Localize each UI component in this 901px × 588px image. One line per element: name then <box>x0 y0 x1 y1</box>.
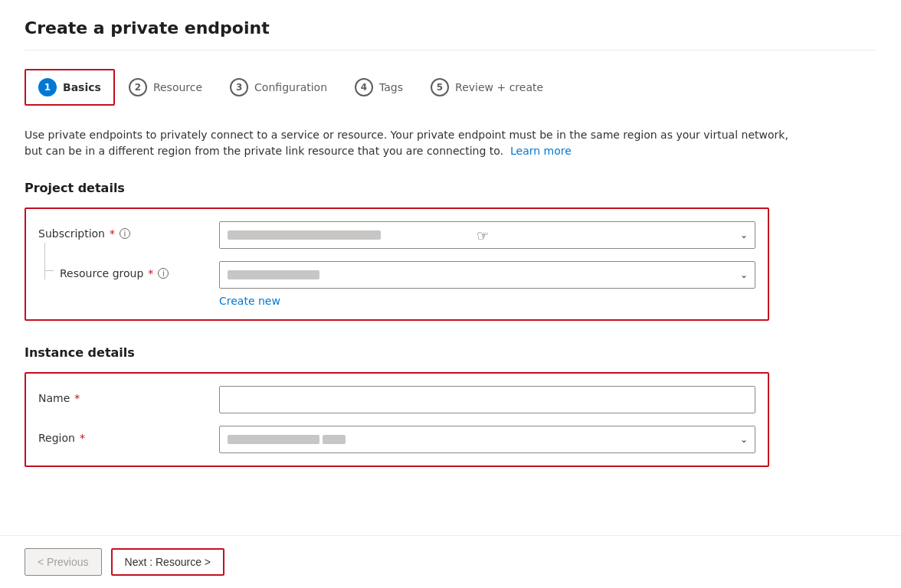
subscription-info-icon[interactable]: i <box>120 228 130 239</box>
step-circle-4: 4 <box>355 78 373 96</box>
subscription-select-wrapper: ☞ ⌄ <box>219 221 755 249</box>
step-label-resource: Resource <box>153 81 202 93</box>
cursor-hand-icon: ☞ <box>477 227 489 243</box>
instance-details-header: Instance details <box>25 345 876 360</box>
region-select-wrapper: ⌄ <box>219 426 755 453</box>
instance-details-box: Name * Region * <box>25 372 769 467</box>
subscription-required: * <box>110 227 115 240</box>
subscription-blurred-value <box>228 230 381 240</box>
wizard-steps: 1 Basics 2 Resource 3 Configuration 4 Ta… <box>25 69 876 106</box>
tab-resource[interactable]: 2 Resource <box>115 69 216 106</box>
tab-review-create[interactable]: 5 Review + create <box>417 69 557 106</box>
project-details-header: Project details <box>25 181 876 195</box>
name-required: * <box>74 392 80 404</box>
tab-configuration[interactable]: 3 Configuration <box>216 69 341 106</box>
name-label: Name * <box>38 386 207 404</box>
next-resource-button[interactable]: Next : Resource > <box>111 548 224 576</box>
subscription-label: Subscription * i <box>38 221 207 240</box>
step-circle-3: 3 <box>230 78 248 96</box>
region-blurred-extra <box>323 435 346 444</box>
step-circle-1: 1 <box>38 78 57 96</box>
region-required: * <box>80 432 85 444</box>
step-circle-5: 5 <box>431 78 449 96</box>
resource-group-blurred-value <box>228 270 319 279</box>
region-blurred-value <box>228 435 319 444</box>
resource-group-label: Resource group * i <box>38 261 207 279</box>
tab-basics[interactable]: 1 Basics <box>25 69 115 106</box>
instance-details-section: Instance details Name * Region * <box>25 345 876 467</box>
name-input[interactable] <box>219 386 755 413</box>
project-details-box: Subscription * i ☞ ⌄ <box>25 207 769 321</box>
resource-group-select-wrapper: ⌄ <box>219 261 755 289</box>
resource-group-select[interactable] <box>219 261 755 289</box>
instance-details-form: Name * Region * <box>38 386 755 453</box>
name-control <box>219 386 755 413</box>
region-control: ⌄ <box>219 426 755 453</box>
description-text: Use private endpoints to privately conne… <box>25 127 791 159</box>
learn-more-link[interactable]: Learn more <box>510 145 572 157</box>
step-label-review-create: Review + create <box>455 81 543 93</box>
project-details-section: Project details Subscription * i ☞ <box>25 181 876 321</box>
subscription-control: ☞ ⌄ <box>219 221 755 249</box>
subscription-select[interactable]: ☞ <box>219 221 755 249</box>
resource-group-control: ⌄ Create new <box>219 261 755 307</box>
step-circle-2: 2 <box>129 78 147 96</box>
resource-group-required: * <box>148 267 153 279</box>
project-details-form: Subscription * i ☞ ⌄ <box>38 221 755 307</box>
tab-tags[interactable]: 4 Tags <box>341 69 417 106</box>
footer: < Previous Next : Resource > <box>0 535 901 588</box>
resource-group-info-icon[interactable]: i <box>158 268 169 279</box>
create-new-link[interactable]: Create new <box>219 295 755 307</box>
step-label-tags: Tags <box>379 81 403 93</box>
region-label: Region * <box>38 426 207 444</box>
step-label-basics: Basics <box>63 81 101 93</box>
previous-button[interactable]: < Previous <box>25 548 102 576</box>
region-select[interactable] <box>219 426 755 453</box>
step-label-configuration: Configuration <box>254 81 327 93</box>
page-title: Create a private endpoint <box>25 18 876 51</box>
